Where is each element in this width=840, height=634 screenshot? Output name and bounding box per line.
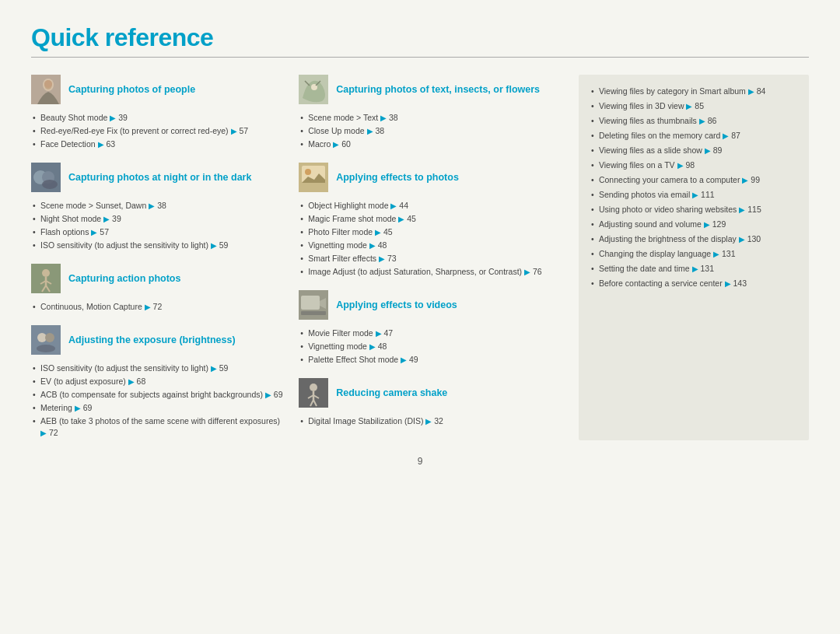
arrow-icon: ▶ — [739, 235, 745, 243]
svg-point-7 — [42, 180, 58, 189]
arrow-icon: ▶ — [725, 279, 731, 288]
list-item: Beauty Shot mode ▶ 39 — [33, 112, 285, 124]
action-icon — [31, 264, 61, 293]
section-header-capturing-night: Capturing photos at night or in the dark — [31, 163, 285, 192]
section-reducing-camera-shake: Reducing camera shake Digital Image Stab… — [299, 378, 565, 429]
section-capturing-night: Capturing photos at night or in the dark… — [31, 163, 285, 253]
arrow-icon: ▶ — [149, 201, 155, 210]
list-adjusting-exposure: ISO sensitivity (to adjust the sensitivi… — [31, 363, 285, 440]
arrow-icon: ▶ — [739, 205, 745, 214]
right-column-list: Viewing files by category in Smart album… — [591, 86, 796, 289]
section-header-reducing-camera-shake: Reducing camera shake — [299, 378, 565, 408]
arrow-icon: ▶ — [713, 250, 719, 258]
list-item: Adjusting the brightness of the display … — [591, 233, 796, 245]
night-icon — [31, 163, 61, 192]
svg-rect-29 — [301, 311, 326, 315]
list-item: Flash options ▶ 57 — [33, 226, 285, 238]
arrow-icon: ▶ — [379, 254, 385, 263]
section-header-capturing-text-insects: Capturing photos of text, insects, or fl… — [299, 75, 565, 104]
list-item: Connecting your camera to a computer ▶ 9… — [591, 174, 796, 186]
arrow-icon: ▶ — [692, 191, 698, 199]
section-capturing-action: Capturing action photos Continuous, Moti… — [31, 264, 285, 314]
section-capturing-people: Capturing photos of people Beauty Shot m… — [31, 75, 285, 152]
effects-photos-icon — [299, 163, 328, 192]
list-item: Vignetting mode ▶ 48 — [300, 341, 565, 352]
list-item: Viewing files by category in Smart album… — [591, 86, 796, 97]
arrow-icon: ▶ — [91, 228, 97, 236]
arrow-icon: ▶ — [98, 140, 104, 149]
section-header-applying-effects-videos: Applying effects to videos — [299, 290, 565, 320]
list-item: Night Shot mode ▶ 39 — [33, 213, 285, 225]
arrow-icon: ▶ — [723, 131, 729, 140]
list-item: Setting the date and time ▶ 131 — [591, 263, 796, 275]
list-item: Viewing files in 3D view ▶ 85 — [591, 100, 796, 112]
arrow-icon: ▶ — [145, 303, 151, 311]
arrow-icon: ▶ — [211, 364, 217, 373]
arrow-icon: ▶ — [692, 264, 698, 273]
arrow-icon: ▶ — [699, 117, 705, 125]
section-capturing-text-insects: Capturing photos of text, insects, or fl… — [299, 75, 565, 152]
arrow-icon: ▶ — [686, 102, 692, 110]
list-applying-effects-videos: Movie Filter mode ▶ 47 Vignetting mode ▶… — [299, 328, 565, 367]
list-item: Before contacting a service center ▶ 143 — [591, 278, 796, 289]
section-header-capturing-people: Capturing photos of people — [31, 75, 285, 104]
arrow-icon: ▶ — [375, 228, 381, 236]
list-item: Macro ▶ 60 — [300, 138, 565, 150]
list-item: AEB (to take 3 photos of the same scene … — [33, 415, 285, 439]
list-item: Viewing files on a TV ▶ 98 — [591, 159, 796, 171]
list-capturing-night: Scene mode > Sunset, Dawn ▶ 38 Night Sho… — [31, 200, 285, 253]
arrow-icon: ▶ — [128, 377, 135, 386]
list-item: ACB (to compensate for subjects against … — [33, 389, 285, 401]
arrow-icon: ▶ — [369, 241, 376, 250]
list-item: Palette Effect Shot mode ▶ 49 — [300, 354, 565, 366]
svg-point-3 — [44, 80, 52, 88]
arrow-icon: ▶ — [376, 329, 382, 338]
list-item: Using photo or video sharing websites ▶ … — [591, 204, 796, 215]
arrow-icon: ▶ — [211, 241, 217, 250]
arrow-icon: ▶ — [75, 404, 81, 412]
list-item: Metering ▶ 69 — [33, 402, 285, 414]
list-item: Viewing files as thumbnails ▶ 86 — [591, 115, 796, 127]
list-item: Viewing files as a slide show ▶ 89 — [591, 145, 796, 156]
list-capturing-text-insects: Scene mode > Text ▶ 38 Close Up mode ▶ 3… — [299, 112, 565, 152]
page-title: Quick reference — [31, 23, 809, 52]
section-header-applying-effects-photos: Applying effects to photos — [299, 163, 565, 192]
section-title-capturing-text-insects: Capturing photos of text, insects, or fl… — [336, 83, 540, 96]
arrow-icon: ▶ — [742, 176, 748, 184]
text-insects-icon — [299, 75, 328, 104]
arrow-icon: ▶ — [524, 268, 530, 276]
exposure-icon — [31, 325, 61, 355]
section-title-applying-effects-photos: Applying effects to photos — [336, 171, 459, 184]
section-title-capturing-people: Capturing photos of people — [68, 83, 195, 96]
svg-point-9 — [42, 269, 50, 277]
arrow-icon: ▶ — [380, 114, 387, 122]
arrow-icon: ▶ — [704, 220, 710, 229]
list-item: Magic Frame shot mode ▶ 45 — [300, 213, 565, 225]
list-item: Digital Image Stabilization (DIS) ▶ 32 — [300, 415, 565, 427]
effects-videos-icon — [299, 290, 328, 320]
person-icon — [31, 75, 61, 104]
list-item: Close Up mode ▶ 38 — [300, 125, 565, 137]
arrow-icon: ▶ — [748, 87, 754, 96]
arrow-icon: ▶ — [398, 215, 404, 223]
reduce-shake-icon — [299, 378, 328, 408]
list-item: Photo Filter mode ▶ 45 — [300, 226, 565, 238]
middle-column: Capturing photos of text, insects, or fl… — [299, 75, 565, 440]
arrow-icon: ▶ — [390, 201, 397, 210]
title-divider — [31, 57, 809, 58]
list-capturing-people: Beauty Shot mode ▶ 39 Red-eye/Red-eye Fi… — [31, 112, 285, 152]
svg-point-18 — [37, 345, 55, 352]
arrow-icon: ▶ — [367, 127, 373, 135]
main-layout: Capturing photos of people Beauty Shot m… — [31, 75, 809, 440]
list-applying-effects-photos: Object Highlight mode ▶ 44 Magic Frame s… — [299, 200, 565, 279]
left-column: Capturing photos of people Beauty Shot m… — [31, 75, 285, 440]
list-item: ISO sensitivity (to adjust the sensitivi… — [33, 363, 285, 374]
list-item: EV (to adjust exposure) ▶ 68 — [33, 376, 285, 387]
list-capturing-action: Continuous, Motion Capture ▶ 72 — [31, 301, 285, 314]
svg-point-31 — [310, 384, 317, 391]
arrow-icon: ▶ — [705, 146, 711, 155]
list-item: Red-eye/Red-eye Fix (to prevent or corre… — [33, 125, 285, 137]
list-item: Vignetting mode ▶ 48 — [300, 240, 565, 251]
arrow-icon: ▶ — [231, 127, 237, 135]
arrow-icon: ▶ — [677, 161, 684, 170]
